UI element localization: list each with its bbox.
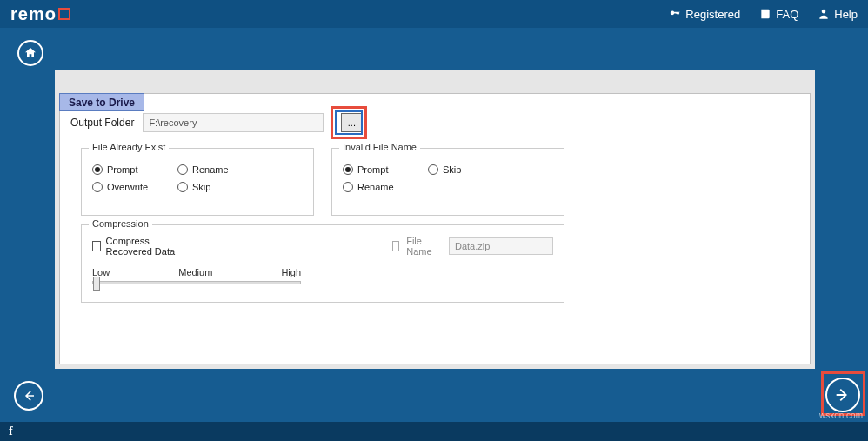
back-button[interactable] — [14, 381, 43, 411]
top-bar: remo Registered FAQ Help — [0, 0, 868, 28]
key-icon — [669, 8, 681, 20]
group-compression: Compression Compress Recovered Data File… — [81, 224, 564, 303]
brand-square-icon — [58, 8, 70, 20]
bottom-bar: f — [0, 422, 868, 441]
facebook-icon[interactable]: f — [9, 424, 13, 438]
radio-fae-overwrite[interactable]: Overwrite — [92, 182, 160, 192]
tab-label: Save to Drive — [69, 97, 135, 109]
ifn-title: Invalid File Name — [339, 142, 420, 152]
slider-thumb[interactable] — [93, 277, 100, 291]
watermark: wsxdn.com — [819, 411, 863, 420]
output-folder-label: Output Folder — [70, 117, 134, 129]
checkbox-compress[interactable]: Compress Recovered Data — [92, 236, 194, 257]
radio-label: Prompt — [357, 164, 388, 175]
slider-labels: Low Medium High — [92, 267, 301, 277]
fae-title: File Already Exist — [89, 142, 169, 152]
comp-title: Compression — [89, 218, 152, 229]
radio-ifn-rename[interactable]: Rename — [343, 182, 411, 192]
help-label: Help — [834, 8, 858, 21]
radio-label: Rename — [192, 164, 229, 175]
radio-fae-prompt[interactable]: Prompt — [92, 164, 160, 175]
brand-logo: remo — [10, 4, 70, 24]
faq-link[interactable]: FAQ — [759, 8, 798, 21]
group-invalid-file-name: Invalid File Name Prompt Skip Rename — [331, 148, 564, 216]
brand-text: remo — [10, 4, 57, 24]
output-row: Output Folder ... — [70, 113, 362, 132]
checkbox-filename: File Name — [392, 236, 553, 257]
tab-save-to-drive[interactable]: Save to Drive — [59, 93, 144, 111]
help-link[interactable]: Help — [818, 8, 858, 21]
radio-label: Rename — [357, 182, 394, 192]
radio-label: Prompt — [107, 164, 137, 175]
highlight-box-inner — [335, 110, 363, 135]
group-file-already-exist: File Already Exist Prompt Rename Overwri… — [81, 148, 314, 216]
filename-label: File Name — [406, 236, 435, 257]
checkbox-box — [92, 241, 101, 251]
radio-fae-rename[interactable]: Rename — [177, 164, 245, 175]
person-icon — [818, 8, 830, 20]
faq-label: FAQ — [776, 8, 798, 21]
compression-slider[interactable] — [92, 281, 301, 284]
radio-label: Skip — [443, 164, 461, 175]
forward-button[interactable] — [825, 378, 860, 412]
radio-ifn-prompt[interactable]: Prompt — [343, 164, 411, 175]
checkbox-box — [392, 241, 400, 251]
output-folder-input[interactable] — [143, 113, 324, 132]
arrow-left-icon — [21, 388, 37, 404]
book-icon — [759, 8, 771, 20]
panel-body: Output Folder ... File Already Exist Pro… — [59, 93, 811, 364]
registered-label: Registered — [685, 8, 740, 21]
radio-label: Overwrite — [107, 182, 148, 192]
filename-input — [449, 237, 553, 255]
home-icon — [23, 46, 37, 60]
checkbox-label: Compress Recovered Data — [106, 236, 194, 257]
svg-point-0 — [822, 10, 826, 14]
slider-high: High — [281, 267, 301, 277]
registered-link[interactable]: Registered — [669, 8, 740, 21]
top-links: Registered FAQ Help — [669, 8, 858, 21]
slider-medium: Medium — [178, 267, 212, 277]
radio-label: Skip — [192, 182, 210, 192]
radio-ifn-skip[interactable]: Skip — [428, 164, 496, 175]
home-button[interactable] — [17, 40, 43, 66]
main-panel: Save to Drive Output Folder ... File Alr… — [55, 70, 815, 369]
radio-fae-skip[interactable]: Skip — [177, 182, 245, 192]
arrow-right-icon — [833, 385, 852, 404]
